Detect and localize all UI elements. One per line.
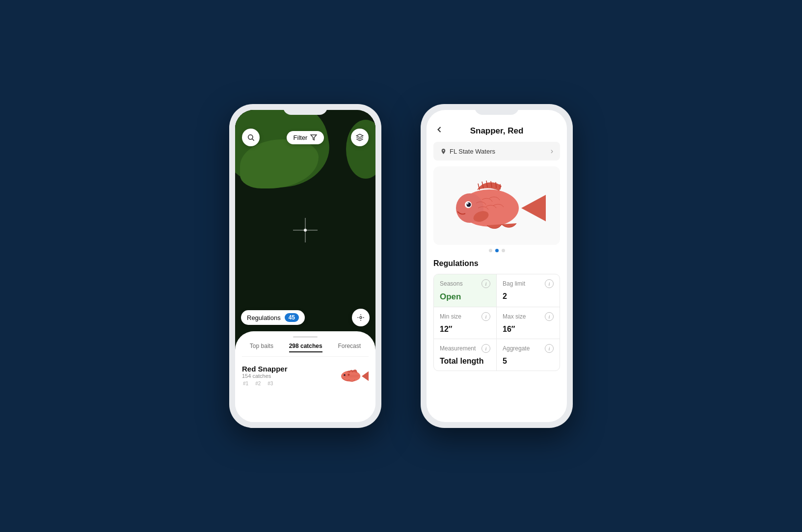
- map-bottom-panel: Top baits 298 catches Forecast Red Snapp…: [235, 331, 375, 422]
- detail-screen: Snapper, Red FL State Waters ›: [427, 110, 567, 422]
- location-banner[interactable]: FL State Waters ›: [433, 142, 560, 160]
- svg-point-7: [360, 317, 362, 319]
- measurement-label: Measurement: [440, 345, 476, 352]
- svg-line-31: [496, 182, 496, 188]
- location-text: FL State Waters: [450, 148, 495, 155]
- seasons-info[interactable]: i: [481, 279, 490, 288]
- bag-limit-info[interactable]: i: [545, 279, 554, 288]
- left-phone-inner: Filter Regu: [235, 110, 375, 422]
- seasons-label: Seasons: [440, 280, 463, 287]
- fish-image: [443, 171, 551, 240]
- back-button[interactable]: [434, 125, 444, 137]
- tab-top-baits[interactable]: Top baits: [250, 343, 273, 352]
- map-controls: Regulations 45: [235, 309, 375, 326]
- min-size-label: Min size: [440, 313, 461, 320]
- bag-limit-label: Bag limit: [503, 280, 525, 287]
- bag-limit-value: 2: [503, 292, 554, 301]
- max-size-value: 16″: [503, 325, 554, 334]
- svg-marker-9: [362, 372, 369, 381]
- min-size-value: 12″: [440, 325, 490, 334]
- search-button[interactable]: [242, 129, 260, 146]
- svg-point-26: [467, 203, 469, 205]
- bait-rank-3: #3: [267, 381, 273, 386]
- reg-cell-bag-header: Bag limit i: [503, 279, 554, 288]
- fish-catches: 154 catches: [242, 373, 288, 379]
- bait-ranks: #1 #2 #3: [242, 381, 288, 386]
- filter-button[interactable]: Filter: [287, 131, 324, 144]
- reg-cell-min-size: Min size i 12″: [434, 307, 497, 339]
- svg-point-0: [248, 135, 253, 139]
- reg-cell-max-size: Max size i 16″: [497, 307, 560, 339]
- location-button[interactable]: [352, 309, 370, 326]
- bait-rank-2: #2: [255, 381, 261, 386]
- crosshair: [293, 218, 318, 244]
- aggregate-label: Aggregate: [503, 345, 530, 352]
- filter-label: Filter: [294, 134, 308, 141]
- dot-2: [495, 249, 499, 252]
- regulations-count: 45: [285, 313, 299, 322]
- bait-rank-1: #1: [243, 381, 248, 386]
- min-size-info[interactable]: i: [481, 312, 490, 321]
- fish-card-text: Red Snapper 154 catches #1 #2 #3: [242, 365, 288, 386]
- regulations-label: Regulations: [247, 314, 281, 321]
- reg-cell-bag-limit: Bag limit i 2: [497, 274, 560, 307]
- image-dots: [427, 249, 567, 252]
- svg-marker-2: [311, 135, 317, 140]
- regulations-title: Regulations: [433, 259, 560, 268]
- fish-thumbnail: [334, 365, 369, 386]
- reg-cell-seasons: Seasons i Open: [434, 274, 497, 307]
- dot-1: [489, 249, 492, 252]
- aggregate-value: 5: [503, 357, 554, 366]
- svg-point-11: [344, 374, 346, 376]
- map-header: Filter: [235, 124, 375, 151]
- notch: [283, 104, 327, 115]
- dot-3: [502, 249, 505, 252]
- aggregate-info[interactable]: i: [545, 344, 554, 353]
- right-phone-inner: Snapper, Red FL State Waters ›: [427, 110, 567, 422]
- svg-line-1: [252, 139, 254, 141]
- max-size-label: Max size: [503, 313, 526, 320]
- notch-right: [475, 104, 519, 115]
- reg-cell-min-header: Min size i: [440, 312, 490, 321]
- seasons-value: Open: [440, 292, 490, 302]
- panel-drag-handle[interactable]: [293, 336, 318, 338]
- measurement-value: Total length: [440, 357, 490, 366]
- reg-cell-aggregate: Aggregate i 5: [497, 339, 560, 371]
- reg-cell-measurement: Measurement i Total length: [434, 339, 497, 371]
- fish-card[interactable]: Red Snapper 154 catches #1 #2 #3: [242, 362, 369, 389]
- max-size-info[interactable]: i: [545, 312, 554, 321]
- location-left: FL State Waters: [440, 148, 495, 155]
- fish-image-container: [433, 166, 560, 245]
- regulations-badge[interactable]: Regulations 45: [241, 310, 305, 325]
- tab-catches[interactable]: 298 catches: [289, 343, 322, 352]
- svg-marker-22: [521, 195, 546, 221]
- svg-point-8: [341, 371, 360, 381]
- measurement-info[interactable]: i: [481, 344, 490, 353]
- left-phone: Filter Regu: [229, 104, 381, 428]
- location-chevron: ›: [551, 147, 553, 156]
- reg-cell-agg-header: Aggregate i: [503, 344, 554, 353]
- tab-forecast[interactable]: Forecast: [338, 343, 361, 352]
- regulations-grid: Seasons i Open Bag limit i 2: [433, 274, 560, 371]
- fish-name: Red Snapper: [242, 365, 288, 373]
- detail-title: Snapper, Red: [448, 126, 545, 136]
- reg-cell-meas-header: Measurement i: [440, 344, 490, 353]
- right-phone: Snapper, Red FL State Waters ›: [421, 104, 573, 428]
- svg-marker-3: [356, 134, 363, 137]
- layers-button[interactable]: [351, 129, 369, 146]
- reg-cell-max-header: Max size i: [503, 312, 554, 321]
- panel-tabs: Top baits 298 catches Forecast: [242, 343, 369, 357]
- reg-cell-seasons-header: Seasons i: [440, 279, 490, 288]
- svg-point-25: [467, 203, 471, 207]
- regulations-section: Regulations Seasons i Open Bag limit: [427, 259, 567, 422]
- svg-point-6: [304, 229, 307, 232]
